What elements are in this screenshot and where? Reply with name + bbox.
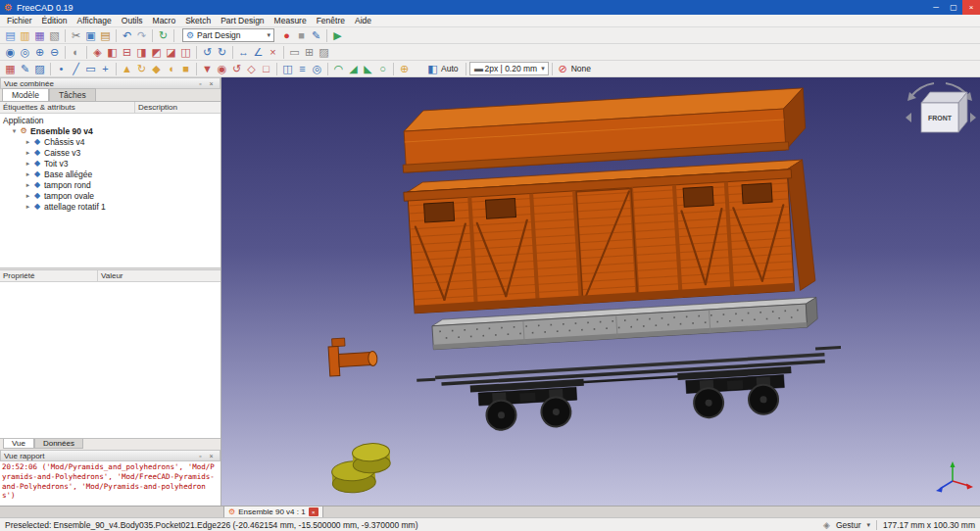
tab-donnees[interactable]: Données [34, 439, 83, 449]
menu-item-edition[interactable]: Édition [37, 15, 73, 26]
tree-item-attellage-rotatif-1[interactable]: ▸◆attellage rotatif 1 [0, 201, 220, 212]
fillet-icon[interactable]: ◠ [331, 62, 346, 76]
zoom-out-icon[interactable]: ⊖ [47, 45, 62, 60]
bogie-left[interactable] [470, 379, 587, 432]
additive-loft-icon[interactable]: ◆ [149, 62, 164, 76]
linear-pattern-icon[interactable]: ≡ [295, 62, 310, 76]
measure-clear-icon[interactable]: × [266, 45, 280, 60]
rotate-right-icon[interactable]: ↻ [215, 45, 229, 60]
menu-item-sketch[interactable]: Sketch [180, 15, 216, 26]
float-panel-icon[interactable]: ▫ [195, 453, 206, 459]
view-bottom-icon[interactable]: ◪ [164, 45, 178, 60]
tree-item-toit-v3[interactable]: ▸◆Toit v3 [0, 158, 220, 169]
macro-edit-icon[interactable]: ✎ [309, 28, 323, 43]
column-value[interactable]: Valeur [98, 270, 220, 281]
menu-item-part-design[interactable]: Part Design [216, 15, 269, 26]
cut-icon[interactable]: ✂ [69, 28, 83, 43]
local-coordinate-system-icon[interactable]: + [98, 62, 113, 76]
none-label[interactable]: None [571, 64, 591, 73]
map-sketch-icon[interactable]: ▨ [32, 62, 47, 76]
copy-icon[interactable]: ▣ [83, 28, 98, 43]
view-isometric-icon[interactable]: ◈ [90, 45, 105, 60]
view-right-icon[interactable]: ◨ [134, 45, 149, 60]
expander-icon[interactable]: ▸ [24, 181, 32, 189]
buffer-part[interactable] [328, 336, 378, 376]
macro-execute-icon[interactable]: ▶ [330, 28, 345, 43]
expander-icon[interactable]: ▸ [24, 149, 32, 157]
menu-item-outils[interactable]: Outils [117, 15, 148, 26]
tree-item-chassis-v4[interactable]: ▸◆Châssis v4 [0, 136, 220, 147]
tab-vue[interactable]: Vue [3, 439, 34, 449]
menu-item-measure[interactable]: Measure [270, 15, 312, 26]
view-rear-icon[interactable]: ◩ [149, 45, 164, 60]
refresh-icon[interactable]: ↻ [156, 28, 171, 43]
tree-item-application[interactable]: Application [0, 115, 220, 125]
rotate-left-icon[interactable]: ↺ [200, 45, 215, 60]
menu-item-affichage[interactable]: Affichage [73, 15, 117, 26]
measure-angle-icon[interactable]: ∠ [251, 45, 266, 60]
close-panel-icon[interactable]: × [206, 80, 217, 87]
wagon-body-part[interactable] [403, 160, 815, 314]
tree-item-tampon-ovale[interactable]: ▸◆tampon ovale [0, 190, 220, 201]
close-panel-icon[interactable]: × [206, 453, 217, 459]
pad-icon[interactable]: ▲ [120, 62, 134, 76]
datum-line-icon[interactable]: ╱ [69, 62, 83, 76]
tab-taches[interactable]: Tâches [49, 88, 96, 101]
workbench-selector[interactable]: ⚙ Part Design ▾ [182, 28, 274, 42]
tree-item-caisse-v3[interactable]: ▸◆Caisse v3 [0, 147, 220, 158]
file-new-icon[interactable]: ▤ [3, 28, 18, 43]
close-document-icon[interactable]: × [309, 507, 318, 516]
bogie-right[interactable] [677, 366, 794, 419]
document-tab[interactable]: ⚙ Ensemble 90 v4 : 1 × [223, 506, 323, 517]
fit-all-icon[interactable]: ◉ [3, 45, 18, 60]
view-left-icon[interactable]: ◫ [178, 45, 193, 60]
tree-item-tampon-rond[interactable]: ▸◆tampon rond [0, 179, 220, 190]
zoom-in-icon[interactable]: ⊕ [32, 45, 47, 60]
macro-stop-icon[interactable]: ■ [294, 28, 309, 43]
float-panel-icon[interactable]: ▫ [195, 80, 206, 87]
menu-item-aide[interactable]: Aide [350, 15, 376, 26]
column-property[interactable]: Propriété [0, 270, 98, 281]
additive-pipe-icon[interactable]: ◖ [164, 62, 178, 76]
wagon-underframe-part[interactable] [416, 346, 845, 435]
edit-sketch-icon[interactable]: ✎ [18, 62, 32, 76]
3d-viewport[interactable]: FRONT [221, 77, 980, 506]
create-sketch-icon[interactable]: ▦ [3, 62, 18, 76]
perspective-icon[interactable]: ⊞ [302, 45, 317, 60]
line-width-select[interactable]: ▬ 2px | 0.20 mm ▾ [469, 62, 549, 75]
column-description[interactable]: Description [135, 102, 220, 113]
boolean-operation-icon[interactable]: ⊕ [397, 62, 412, 76]
expander-icon[interactable]: ▸ [24, 160, 32, 168]
expander-icon[interactable]: ▸ [24, 138, 32, 146]
revolution-icon[interactable]: ↻ [134, 62, 149, 76]
subtractive-loft-icon[interactable]: ◇ [244, 62, 259, 76]
expander-icon[interactable]: ▾ [10, 127, 19, 135]
tree-item-ensemble-90-v4[interactable]: ▾ ⚙ Ensemble 90 v4 [0, 125, 220, 136]
menu-item-macro[interactable]: Macro [148, 15, 181, 26]
fit-selection-icon[interactable]: ◎ [18, 45, 32, 60]
polar-pattern-icon[interactable]: ◎ [310, 62, 324, 76]
tab-modele[interactable]: Modèle [2, 88, 49, 101]
menu-item-fichier[interactable]: Fichier [2, 15, 37, 26]
expander-icon[interactable]: ▸ [24, 170, 32, 178]
clipping-plane-icon[interactable]: ▭ [287, 45, 302, 60]
auto-workplane-icon[interactable]: ◧ [425, 62, 440, 76]
minimize-button[interactable]: ─ [927, 0, 945, 15]
draft-icon[interactable]: ◣ [361, 62, 375, 76]
chamfer-icon[interactable]: ◢ [346, 62, 361, 76]
paste-icon[interactable]: ▤ [98, 28, 113, 43]
viewport-3d-canvas[interactable]: FRONT [221, 77, 980, 506]
macro-record-icon[interactable]: ● [279, 28, 294, 43]
view-front-icon[interactable]: ◧ [105, 45, 120, 60]
undo-icon[interactable]: ↶ [120, 28, 134, 43]
wagon-roof-part[interactable] [400, 88, 807, 172]
redo-icon[interactable]: ↷ [134, 28, 149, 43]
file-save-icon[interactable]: ▦ [32, 28, 47, 43]
navigation-cube[interactable]: FRONT [906, 83, 976, 132]
view-top-icon[interactable]: ⊟ [120, 45, 134, 60]
auto-label[interactable]: Auto [441, 64, 459, 73]
menu-item-fenetre[interactable]: Fenêtre [312, 15, 350, 26]
additive-primitive-icon[interactable]: ■ [178, 62, 193, 76]
expander-icon[interactable]: ▸ [24, 203, 32, 211]
tree-item-base-allegee[interactable]: ▸◆Base allégée [0, 169, 220, 179]
